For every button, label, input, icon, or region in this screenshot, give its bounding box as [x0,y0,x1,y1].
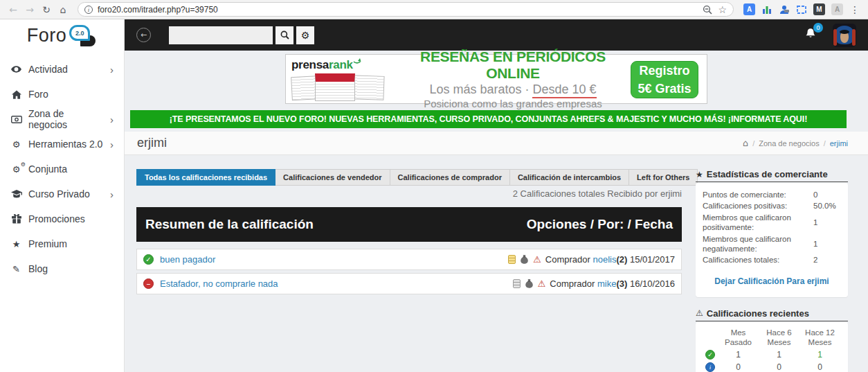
logo-text: Foro [27,25,67,46]
sidebar-item-label: Zona de negocios [28,108,104,130]
rating-tabs: Todas los calificaciones recibidas Calif… [136,169,682,186]
home-icon[interactable]: ⌂ [743,138,748,148]
sidebar-item-foro[interactable]: Foro [0,82,124,107]
sidebar-item-zona-de-negocios[interactable]: Zona de negocios › [0,107,124,132]
sidebar-item-label: Actividad [28,64,68,75]
collapse-sidebar-icon[interactable]: ← [136,28,151,42]
sidebar-item-curso-privado[interactable]: Curso Privado › [0,181,124,206]
note-icon[interactable] [508,255,516,264]
recent-panel-title: Calificaciones recientes [707,308,809,319]
stat-row: Miembros que calificaron positivamente:1 [703,213,841,233]
sidebar-item-label: Premium [28,238,67,249]
positive-check-icon: ✓ [705,350,715,360]
sidebar-item-herramientas[interactable]: ⚙ Herramientas 2.0 › [0,132,124,157]
capture-frame-extension-icon[interactable] [796,4,807,15]
browser-toolbar: ← → ↻ ⌂ i foro20.com/itrader.php?u=39750… [0,0,868,19]
rating-summary-link[interactable]: Estafador, no comprarle nada [160,278,278,289]
back-icon[interactable]: ← [6,4,21,15]
chevron-right-icon: › [110,64,114,76]
graduation-cap-icon [10,190,22,199]
tab-comprador[interactable]: Calificaciones de comprador [390,169,510,186]
tab-vendedor[interactable]: Calificaciones de vendedor [275,169,390,186]
page-title: erjimi [137,136,167,150]
chevron-right-icon: › [110,188,114,200]
stats-card: Puntos de comerciante:0 Calificaciones p… [696,183,848,297]
sidebar-item-premium[interactable]: ★ Premium [0,231,124,256]
banknote-icon [10,116,22,123]
avatar[interactable] [833,24,856,47]
sidebar-item-actividad[interactable]: Actividad › [0,57,124,82]
table-header: Resumen de la calificación Opciones / Po… [136,207,682,242]
top-black-bar: ← ⚙ 0 [125,19,868,51]
gear-icon: ⚙ [301,30,310,41]
search-button[interactable] [275,26,293,44]
screen: ← → ↻ ⌂ i foro20.com/itrader.php?u=39750… [0,0,868,372]
settings-button[interactable]: ⚙ [296,26,314,44]
rating-summary-link[interactable]: buen pagador [160,254,215,265]
person-extension-icon[interactable] [779,4,790,15]
address-bar[interactable]: i foro20.com/itrader.php?u=39750 ☆ [78,2,734,17]
stats-panel-header: ★ Estadísticas de comerciante [696,169,848,182]
announcement-bar[interactable]: ¡TE PRESENTAMOS EL NUEVO FORO! NUEVAS HE… [130,110,847,128]
rater-link[interactable]: noelis [593,254,616,265]
forward-icon[interactable]: → [22,4,37,15]
tab-left-for-others[interactable]: Left for Others [629,169,698,186]
home-icon [10,90,22,99]
gift-icon [10,214,22,224]
recent-row-positive: ✓ 1 1 1 [703,350,841,360]
search-input[interactable] [169,26,273,44]
banner-register-button[interactable]: Registro 5€ Gratis [631,61,698,98]
logo-badge: 2.0 [69,25,90,41]
leave-rating-link[interactable]: Dejar Calificación Para erjimi [703,276,841,286]
money-bag-icon[interactable] [520,255,529,265]
pdf-extension-icon[interactable]: A [831,3,843,15]
warning-icon[interactable]: ⚠ [538,278,546,289]
browser-menu-icon[interactable]: ⋮ [847,4,862,15]
note-icon[interactable] [513,279,521,288]
tab-intercambios[interactable]: Calificación de intercambios [510,169,629,186]
gears-icon: ⚙⚙ [10,164,22,175]
bookmark-star-icon[interactable]: ☆ [718,4,727,15]
table-row: – Estafador, no comprarle nada ⚠ Comprad… [136,273,682,294]
recent-ratings-card: Mes Pasado Hace 6 Meses Hace 12 Meses ✓ … [696,322,848,372]
recent-row-neutral: i 0 0 0 [703,362,841,372]
breadcrumb-current[interactable]: erjimi [830,139,848,148]
refresh-icon[interactable]: ↻ [39,4,54,15]
sidebar-item-promociones[interactable]: Promociones [0,206,124,231]
logo-bubble: 2.0 [68,24,97,47]
rating-meta: Comprador mike(3) 16/10/2016 [550,278,675,289]
tab-todas-recibidas[interactable]: Todas los calificaciones recibidas [136,169,275,186]
negative-minus-icon: – [143,278,154,289]
m-extension-icon[interactable]: M [813,3,825,15]
sidebar-item-label: Blog [28,263,48,274]
warning-icon: ⚠ [696,308,703,318]
rating-date: 15/01/2017 [630,254,675,265]
sidebar-nav: Actividad › Foro Zona de negocios › ⚙ He… [0,51,124,281]
recent-columns: Mes Pasado Hace 6 Meses Hace 12 Meses [703,328,841,348]
table-header-left: Resumen de la calificación [145,217,314,232]
translate-extension-icon[interactable]: A [743,3,755,15]
eye-icon [10,66,22,73]
recent-panel-header: ⚠ Calificaciones recientes [696,308,848,321]
notification-badge: 0 [813,23,823,33]
url-text[interactable]: foro20.com/itrader.php?u=39750 [98,5,698,15]
money-bag-icon[interactable] [525,279,534,289]
warning-icon[interactable]: ⚠ [533,254,541,265]
chart-extension-icon[interactable] [761,4,772,15]
sidebar-item-conjunta[interactable]: ⚙⚙ Conjunta [0,157,124,181]
star-icon: ★ [696,170,703,179]
pencil-icon: ✎ [10,264,22,274]
rater-link[interactable]: mike [597,278,616,289]
breadcrumb-section[interactable]: Zona de negocios [759,139,819,148]
home-icon[interactable]: ⌂ [55,4,71,15]
banner-ad[interactable]: prensarank RESEÑAS EN PERIÓDICOS ONLINE … [285,54,707,104]
neutral-info-icon: i [705,362,715,372]
sidebar-item-blog[interactable]: ✎ Blog [0,256,124,281]
banner-tagline: Posiciona como las grandes empresas [397,98,629,109]
zoom-out-icon[interactable] [703,5,712,15]
notifications-button[interactable]: 0 [805,28,816,42]
page-info-icon[interactable]: i [84,6,93,14]
sidebar-item-label: Promociones [28,213,85,224]
foro20-logo[interactable]: Foro 2.0 [0,19,124,51]
sidebar-item-label: Curso Privado [28,188,90,200]
